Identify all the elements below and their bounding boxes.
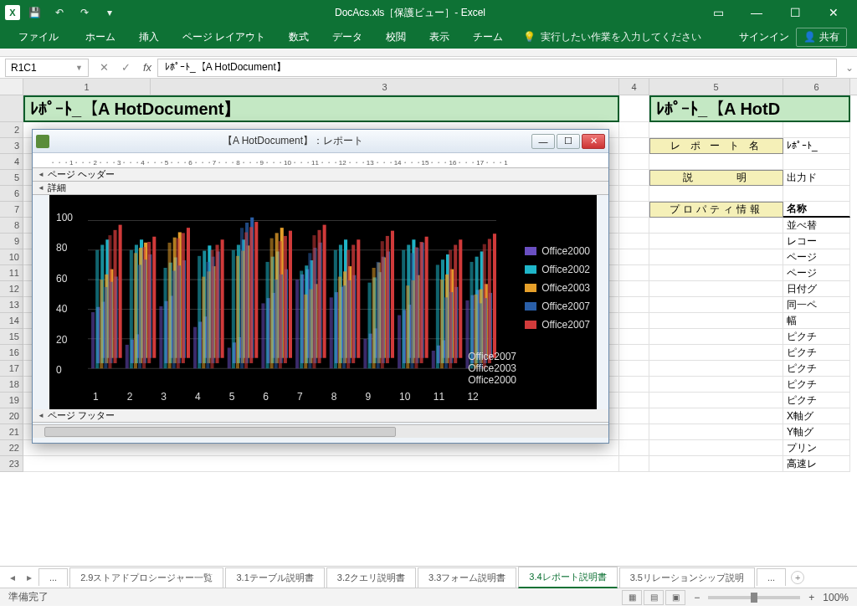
row-header[interactable]: 11 (0, 265, 23, 281)
formula-input[interactable]: ﾚﾎﾟｰﾄ_【A HotDocument】 (157, 59, 837, 77)
col-header-6[interactable]: 6 (783, 79, 850, 95)
cell[interactable]: 高速レ (783, 456, 850, 472)
row-header[interactable]: 15 (0, 329, 23, 345)
cell[interactable] (783, 122, 850, 138)
tab-insert[interactable]: 挿入 (127, 25, 171, 49)
row-header[interactable]: 18 (0, 377, 23, 393)
zoom-level[interactable]: 100% (823, 592, 849, 603)
cell[interactable] (619, 313, 649, 329)
row-header[interactable]: 23 (0, 456, 23, 472)
tab-data[interactable]: データ (321, 25, 374, 49)
cell[interactable] (649, 154, 783, 170)
cell[interactable] (619, 234, 649, 249)
sheet-tab-6[interactable]: 3.5リレーションシップ説明 (619, 567, 755, 588)
cell[interactable] (619, 329, 649, 345)
tab-review[interactable]: 校閲 (374, 25, 418, 49)
report-maximize-button[interactable]: ☐ (557, 134, 580, 149)
cell[interactable] (649, 186, 783, 202)
row-header[interactable]: 16 (0, 345, 23, 361)
signin-link[interactable]: サインイン (739, 30, 789, 44)
cell[interactable]: X軸グ (783, 408, 850, 424)
zoom-out-button[interactable]: − (694, 592, 700, 603)
report-horizontal-scrollbar[interactable] (33, 424, 608, 438)
cell[interactable] (649, 297, 783, 313)
cell[interactable] (619, 154, 649, 170)
row-header[interactable]: 8 (0, 218, 23, 234)
worksheet-grid[interactable]: 1 3 4 5 6 ﾚﾎﾟｰﾄ_【A HotDocument】 ﾚﾎﾟｰﾄ_【A… (0, 79, 857, 566)
cell[interactable] (649, 265, 783, 281)
sheet-nav-first[interactable]: ◂ (5, 572, 20, 583)
cell[interactable]: ﾚﾎﾟｰﾄ_ (783, 138, 850, 154)
tab-home[interactable]: ホーム (74, 25, 127, 49)
row-header[interactable]: 17 (0, 361, 23, 377)
sheet-tab-2[interactable]: 3.1テーブル説明書 (225, 567, 324, 588)
view-pagebreak-button[interactable]: ▣ (665, 590, 685, 605)
cell[interactable]: ページ (783, 265, 850, 281)
zoom-in-button[interactable]: + (808, 592, 814, 603)
cell[interactable] (649, 393, 783, 408)
qat-customize-icon[interactable]: ▾ (99, 3, 121, 23)
row-header[interactable]: 21 (0, 424, 23, 440)
ribbon-options-icon[interactable]: ▭ (700, 1, 736, 24)
row-header[interactable]: 22 (0, 440, 23, 456)
report-window-titlebar[interactable]: 【A HotDocument】：レポート — ☐ ✕ (33, 130, 608, 153)
cell[interactable] (649, 249, 783, 265)
cell[interactable] (619, 122, 649, 138)
col-header-5[interactable]: 5 (649, 79, 783, 95)
cell[interactable]: ピクチ (783, 329, 850, 345)
section-page-header[interactable]: ページ ヘッダー (33, 168, 608, 182)
row-header[interactable]: 7 (0, 202, 23, 218)
title-cell-left[interactable]: ﾚﾎﾟｰﾄ_【A HotDocument】 (23, 95, 619, 122)
view-pagelayout-button[interactable]: ▤ (644, 590, 664, 605)
cell[interactable]: プロパティ情報 (649, 202, 783, 218)
section-page-footer[interactable]: ページ フッター (33, 409, 608, 423)
row-header[interactable]: 6 (0, 186, 23, 202)
redo-icon[interactable]: ↷ (74, 3, 95, 23)
cell[interactable]: ページ (783, 249, 850, 265)
row-header[interactable] (0, 95, 23, 122)
formula-expand-icon[interactable]: ⌄ (842, 62, 857, 74)
fx-icon[interactable]: fx (137, 61, 157, 74)
chevron-down-icon[interactable]: ▼ (75, 64, 83, 72)
cell[interactable] (619, 393, 649, 408)
cell[interactable] (619, 424, 649, 440)
sheet-tab-1[interactable]: 2.9ストアドプロシージャー一覧 (69, 567, 223, 588)
row-header[interactable]: 9 (0, 234, 23, 249)
save-icon[interactable]: 💾 (23, 3, 45, 23)
col-header-1[interactable]: 1 (23, 79, 151, 95)
sheet-tab-3[interactable]: 3.2クエリ説明書 (326, 567, 416, 588)
minimize-button[interactable]: — (738, 1, 775, 24)
row-header[interactable]: 20 (0, 408, 23, 424)
cell[interactable] (619, 202, 649, 218)
cell[interactable] (619, 249, 649, 265)
cell[interactable]: 幅 (783, 313, 850, 329)
col-header-3[interactable]: 3 (151, 79, 619, 95)
cell[interactable]: Y軸グ (783, 424, 850, 440)
row-header[interactable]: 5 (0, 170, 23, 186)
cell[interactable] (619, 297, 649, 313)
cell[interactable] (649, 424, 783, 440)
cell[interactable]: ピクチ (783, 377, 850, 393)
cell[interactable]: 出力ド (783, 170, 850, 186)
cell[interactable] (649, 377, 783, 393)
row-header[interactable]: 2 (0, 122, 23, 138)
cell[interactable] (619, 138, 649, 154)
row-header[interactable]: 4 (0, 154, 23, 170)
col-header-4[interactable]: 4 (619, 79, 649, 95)
close-button[interactable]: ✕ (815, 1, 852, 24)
tab-file[interactable]: ファイル (3, 25, 74, 49)
cell[interactable] (649, 456, 783, 472)
cell[interactable] (619, 95, 649, 122)
undo-icon[interactable]: ↶ (49, 3, 70, 23)
row-header[interactable]: 3 (0, 138, 23, 154)
cell[interactable] (649, 440, 783, 456)
cell[interactable]: 日付グ (783, 281, 850, 297)
cell[interactable]: ピクチ (783, 393, 850, 408)
row-header[interactable]: 10 (0, 249, 23, 265)
cell[interactable] (649, 361, 783, 377)
sheet-tab-5-active[interactable]: 3.4レポート説明書 (518, 567, 617, 588)
row-header[interactable]: 12 (0, 281, 23, 297)
cell[interactable]: 説 明 (649, 170, 783, 186)
tab-page-layout[interactable]: ページ レイアウト (171, 25, 277, 49)
report-close-button[interactable]: ✕ (582, 134, 605, 149)
